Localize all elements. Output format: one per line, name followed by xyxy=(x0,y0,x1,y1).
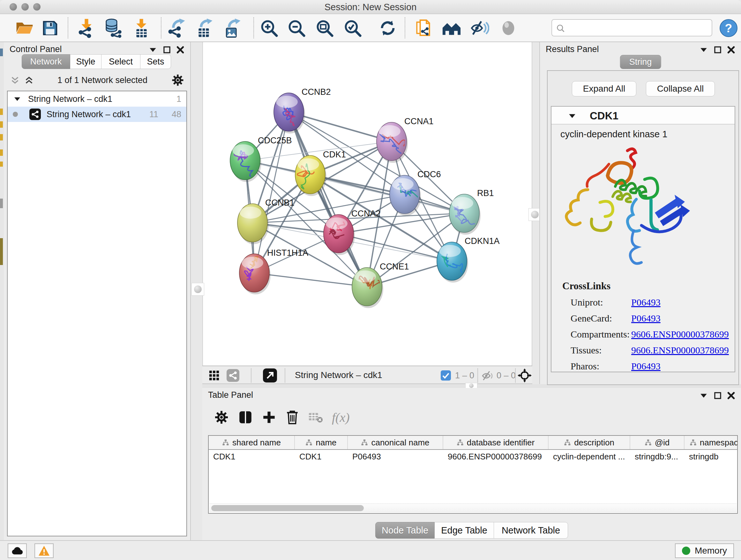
panel-float-icon[interactable] xyxy=(163,46,171,54)
collapse-all-button[interactable]: Collapse All xyxy=(646,81,715,97)
export-image-icon[interactable] xyxy=(221,17,243,39)
tab-network-table[interactable]: Network Table xyxy=(494,522,568,539)
network-node-cdkn1a[interactable] xyxy=(437,242,468,283)
table-row[interactable]: CDK1CDK1P064939606.ENSP00000378699cyclin… xyxy=(209,450,737,463)
zoom-out-icon[interactable] xyxy=(285,17,308,39)
crosslink-pharos-link[interactable]: P06493 xyxy=(631,361,661,372)
delete-column-trash-icon[interactable] xyxy=(285,410,299,425)
memory-button[interactable]: Memory xyxy=(675,543,734,558)
show-columns-icon[interactable] xyxy=(238,410,253,425)
expand-all-button[interactable]: Expand All xyxy=(572,81,636,97)
save-session-icon[interactable] xyxy=(39,17,61,39)
tab-edge-table[interactable]: Edge Table xyxy=(434,522,494,539)
crosslink-genecard-link[interactable]: P06493 xyxy=(631,313,661,324)
network-node-hist1h1a[interactable] xyxy=(239,254,271,294)
column-header-shared-name[interactable]: shared name xyxy=(209,436,295,449)
network-node-ccnb2[interactable] xyxy=(274,93,305,133)
table-toolbar: f(x) xyxy=(214,408,350,427)
table-tabs: Node Table Edge Table Network Table xyxy=(375,522,568,539)
table-options-gear-icon[interactable] xyxy=(214,410,229,425)
cloud-status-button[interactable] xyxy=(8,543,27,558)
zoom-in-icon[interactable] xyxy=(258,17,280,39)
tab-node-table[interactable]: Node Table xyxy=(375,522,434,539)
birds-eye-view-icon[interactable] xyxy=(518,368,532,382)
panel-close-icon[interactable] xyxy=(727,46,735,54)
first-neighbors-icon[interactable] xyxy=(441,17,463,39)
crosslink-uniprot-link[interactable]: P06493 xyxy=(631,297,661,308)
panel-menu-icon[interactable] xyxy=(699,46,708,54)
crosslink-label: Pharos: xyxy=(570,361,631,372)
panel-menu-icon[interactable] xyxy=(699,391,708,400)
export-network-icon[interactable] xyxy=(165,17,188,39)
network-row[interactable]: String Network – cdk1 11 48 xyxy=(8,107,186,122)
toolbar-separator xyxy=(515,368,516,383)
tab-network[interactable]: Network xyxy=(22,54,70,69)
grid-view-icon[interactable] xyxy=(209,370,219,381)
node-label-ccne1: CCNE1 xyxy=(380,262,409,271)
column-header-namespace[interactable]: namespace xyxy=(684,436,738,449)
scrollbar-thumb[interactable] xyxy=(211,505,364,511)
zoom-fit-icon[interactable] xyxy=(313,17,336,39)
tab-string[interactable]: String xyxy=(620,55,661,69)
hide-selected-icon[interactable] xyxy=(468,17,491,39)
collection-count: 1 xyxy=(177,94,181,104)
gene-collapse-icon[interactable] xyxy=(568,112,576,120)
column-header-name[interactable]: name xyxy=(295,436,348,449)
import-table-file-icon[interactable] xyxy=(130,17,152,39)
show-hidden-icon[interactable] xyxy=(497,17,520,39)
panel-float-icon[interactable] xyxy=(714,46,722,54)
open-session-icon[interactable] xyxy=(13,17,36,39)
export-table-icon[interactable] xyxy=(193,17,215,39)
network-view-canvas[interactable]: CCNB2CCNA1CDC25BCDK1CDC6RB1CCNB1CCNA2CDK… xyxy=(202,42,532,366)
import-network-database-icon[interactable] xyxy=(102,17,125,39)
help-icon[interactable]: ? xyxy=(718,17,740,39)
network-node-rb1[interactable] xyxy=(449,194,481,235)
warnings-button[interactable] xyxy=(35,543,54,558)
table-horizontal-scrollbar[interactable] xyxy=(209,503,737,512)
search-field[interactable] xyxy=(568,20,710,35)
status-bar: Memory xyxy=(0,540,741,560)
hidden-eye-slash-icon[interactable] xyxy=(481,370,494,381)
left-splitter-handle[interactable] xyxy=(192,283,204,296)
network-badge-gray-icon[interactable] xyxy=(226,369,239,382)
column-header--id[interactable]: @id xyxy=(630,436,684,449)
panel-close-icon[interactable] xyxy=(727,391,735,400)
detach-view-icon[interactable] xyxy=(263,368,277,382)
import-network-file-icon[interactable] xyxy=(75,17,98,39)
crosslink-label: Compartments: xyxy=(570,329,631,340)
column-header-description[interactable]: description xyxy=(549,436,630,449)
collection-expand-icon[interactable] xyxy=(13,95,21,103)
network-node-ccnb1[interactable] xyxy=(238,204,269,244)
column-header-canonical-name[interactable]: canonical name xyxy=(348,436,443,449)
expand-all-networks-icon[interactable] xyxy=(24,76,34,84)
gene-header-row[interactable]: CDK1 xyxy=(551,107,735,125)
network-edge[interactable] xyxy=(289,112,367,287)
network-node-ccna2[interactable] xyxy=(324,214,355,255)
network-graph[interactable]: CCNB2CCNA1CDC25BCDK1CDC6RB1CCNB1CCNA2CDK… xyxy=(203,42,532,364)
panel-float-icon[interactable] xyxy=(714,391,722,400)
network-options-gear-icon[interactable] xyxy=(171,73,185,87)
network-node-cdc6[interactable] xyxy=(390,175,427,216)
network-node-ccne1[interactable] xyxy=(352,267,383,308)
network-node-cdk1[interactable] xyxy=(295,155,327,196)
network-edge[interactable] xyxy=(254,273,367,287)
panel-menu-icon[interactable] xyxy=(149,46,157,54)
table-cell: stringdb:9... xyxy=(630,450,684,463)
column-header-database-identifier[interactable]: database identifier xyxy=(443,436,549,449)
network-node-ccna1[interactable] xyxy=(377,122,408,163)
zoom-selected-icon[interactable] xyxy=(341,17,364,39)
network-collection-row[interactable]: String Network – cdk1 1 xyxy=(8,91,186,107)
tab-style[interactable]: Style xyxy=(70,54,102,69)
tab-select[interactable]: Select xyxy=(102,54,140,69)
search-input[interactable] xyxy=(551,19,712,37)
selected-checkbox-icon[interactable] xyxy=(441,370,451,381)
network-list: String Network – cdk1 1 String Network –… xyxy=(7,91,187,537)
crosslink-compartments-link[interactable]: 9606.ENSP00000378699 xyxy=(631,329,729,340)
crosslink-tissues-link[interactable]: 9606.ENSP00000378699 xyxy=(631,345,729,356)
panel-close-icon[interactable] xyxy=(176,46,185,54)
collapse-all-networks-icon[interactable] xyxy=(10,76,20,84)
clone-network-icon[interactable] xyxy=(412,17,434,39)
refresh-icon[interactable] xyxy=(377,17,399,39)
tab-sets[interactable]: Sets xyxy=(140,54,171,69)
add-column-icon[interactable] xyxy=(262,410,276,425)
